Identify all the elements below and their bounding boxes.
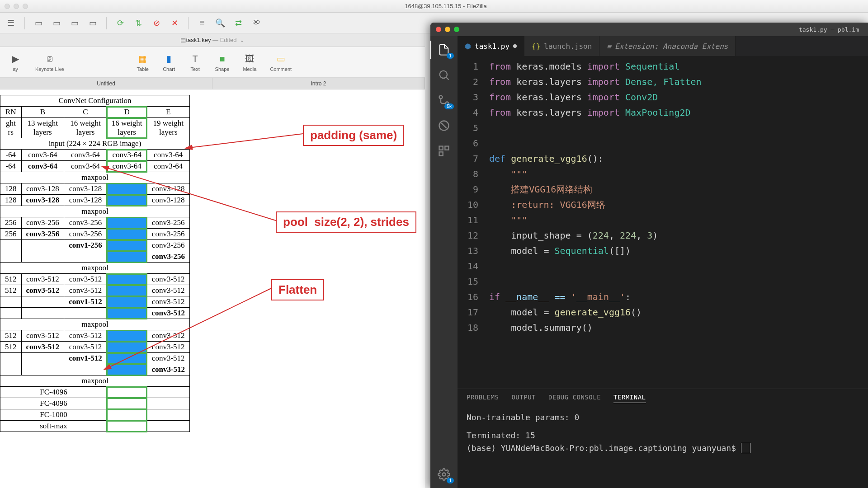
vscode-editor[interactable]: 1from keras.models import Sequential 2fr…	[458, 56, 868, 389]
cell	[107, 217, 147, 229]
panel-tab-terminal[interactable]: TERMINAL	[613, 394, 646, 403]
cell	[107, 251, 147, 263]
refresh-icon[interactable]: ⟳	[114, 17, 127, 29]
cell	[0, 364, 22, 375]
compare-icon[interactable]: ⇄	[232, 17, 245, 29]
cell: 512	[0, 330, 22, 342]
binoculars-icon[interactable]: 👁	[250, 17, 263, 29]
cell	[107, 308, 147, 319]
tab-task1[interactable]: ⬢ task1.py	[458, 36, 524, 56]
cell: conv3-128	[147, 183, 190, 195]
svg-point-3	[440, 71, 447, 78]
search-icon[interactable]	[437, 68, 451, 82]
annotation-padding: padding (same)	[303, 125, 404, 146]
tab-extension[interactable]: ≡ Extension: Anaconda Extens	[599, 36, 736, 56]
filezilla-traffic-lights[interactable]	[5, 4, 28, 9]
line-number: 3	[458, 89, 489, 105]
settings-badge: 1	[447, 478, 454, 483]
comment-button[interactable]: ▭Comment	[270, 52, 292, 72]
line-number: 1	[458, 59, 489, 74]
play-button[interactable]: ▶ay	[9, 52, 22, 72]
doc-icon: ▤	[180, 37, 186, 43]
panel-tab-problems[interactable]: PROBLEMS	[467, 394, 499, 403]
cell: conv3-512	[21, 330, 64, 342]
shape-button[interactable]: ■Shape	[215, 52, 230, 72]
panel-tab-output[interactable]: OUTPUT	[511, 394, 536, 403]
debug-icon[interactable]	[437, 118, 451, 133]
cell: conv3-256	[147, 217, 190, 229]
cell: conv3-512	[147, 353, 190, 364]
table-button[interactable]: ▦Table	[137, 52, 149, 72]
media-button[interactable]: 🖼Media	[243, 52, 256, 72]
maximize-icon[interactable]	[23, 4, 28, 9]
sitemanager-icon[interactable]: ☰	[5, 17, 17, 29]
keynote-slide-tabs: Untitled Intro 2	[0, 78, 425, 89]
scm-icon[interactable]: 5k	[437, 93, 451, 108]
cell: conv3-64	[107, 150, 147, 161]
terminal-content[interactable]: Non-trainable params: 0 Terminated: 15 (…	[458, 408, 868, 488]
process-queue-icon[interactable]: ⇅	[132, 17, 145, 29]
cell: 128	[0, 183, 22, 195]
panel-tabs: PROBLEMS OUTPUT DEBUG CONSOLE TERMINAL	[458, 389, 868, 408]
cell: conv3-64	[21, 150, 64, 161]
keynote-doc-tab[interactable]: ▤ task1.key — Edited ⌄	[0, 33, 425, 47]
vscode-titlebar[interactable]: task1.py — pbl.im	[430, 23, 868, 36]
close-icon[interactable]	[5, 4, 10, 9]
maximize-icon[interactable]	[454, 27, 459, 32]
cell: 512	[0, 274, 22, 285]
vscode-traffic-lights[interactable]	[436, 27, 459, 32]
explorer-icon[interactable]: 1	[437, 42, 451, 57]
vscode-title: task1.py — pbl.im	[463, 26, 863, 33]
minimize-icon[interactable]	[14, 4, 19, 9]
disconnect-icon[interactable]: ✕	[168, 17, 181, 29]
cell: conv3-256	[147, 229, 190, 240]
tab-label: task1.py	[475, 42, 509, 51]
svg-rect-10	[445, 146, 448, 150]
panel-tab-debug[interactable]: DEBUG CONSOLE	[548, 394, 601, 403]
settings-icon[interactable]: 1	[437, 467, 451, 482]
line-number: 16	[458, 289, 489, 305]
line-number: 14	[458, 258, 489, 274]
svg-line-0	[185, 134, 303, 148]
search-icon[interactable]: 🔍	[214, 17, 226, 29]
keynote-canvas[interactable]: ConvNet Configuration RN B C D E ghtrs 1…	[0, 89, 425, 487]
extensions-icon[interactable]	[437, 144, 451, 158]
annotation-pool: pool_size(2, 2), strides	[276, 211, 416, 233]
cell: conv3-128	[21, 195, 64, 206]
terminal-line: Terminated: 15	[467, 429, 859, 442]
minimize-icon[interactable]	[445, 27, 450, 32]
cancel-icon[interactable]: ⊘	[150, 17, 163, 29]
svg-rect-11	[439, 152, 443, 155]
cell	[21, 240, 64, 251]
python-icon: ⬢	[465, 42, 471, 51]
explorer-badge: 1	[447, 53, 454, 59]
toggle-local-icon[interactable]: ▭	[50, 17, 63, 29]
close-icon[interactable]	[436, 27, 441, 32]
chevron-down-icon[interactable]: ⌄	[240, 37, 245, 43]
cell: conv1-256	[64, 240, 107, 251]
cell	[0, 308, 22, 319]
tab-label: Extension: Anaconda Extens	[615, 42, 728, 51]
softmax-row: soft-max	[0, 421, 107, 432]
chart-button[interactable]: ▮Chart	[163, 52, 175, 72]
tab-launch[interactable]: {} launch.json	[524, 36, 599, 56]
cell: conv3-512	[147, 285, 190, 296]
maxpool-row: maxpool	[0, 206, 190, 217]
filter-icon[interactable]: ≡	[196, 17, 208, 29]
cell: 256	[0, 217, 22, 229]
toggle-log-icon[interactable]: ▭	[32, 17, 45, 29]
keynote-live-button[interactable]: ⎚Keynote Live	[35, 52, 64, 72]
cell: conv3-512	[64, 342, 107, 353]
cell	[107, 274, 147, 285]
cell: 16 weightlayers	[107, 118, 147, 138]
line-number: 13	[458, 243, 489, 258]
toggle-queue-icon[interactable]: ▭	[86, 17, 99, 29]
slide-tab-untitled[interactable]: Untitled	[0, 78, 212, 89]
cell	[21, 296, 64, 308]
toggle-remote-icon[interactable]: ▭	[68, 17, 81, 29]
cell: 19 weightlayers	[147, 118, 190, 138]
slide-tab-intro2[interactable]: Intro 2	[212, 78, 425, 89]
cell	[0, 251, 22, 263]
cell	[107, 229, 147, 240]
text-button[interactable]: TText	[189, 52, 202, 72]
